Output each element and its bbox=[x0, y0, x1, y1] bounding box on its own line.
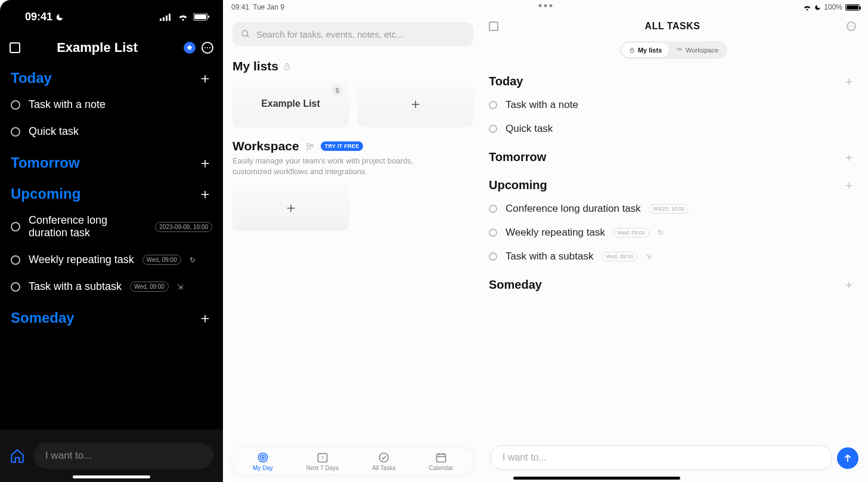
task-name: Task with a subtask bbox=[29, 280, 122, 293]
task-name: Conference long duration task bbox=[506, 203, 641, 215]
quick-add-input[interactable]: I want to... bbox=[33, 443, 213, 469]
home-icon[interactable] bbox=[10, 448, 25, 464]
add-task-button[interactable]: ＋ bbox=[198, 69, 212, 88]
section-tomorrow: Tomorrow ＋ bbox=[489, 141, 858, 169]
seg-workspace[interactable]: Workspace bbox=[669, 43, 726, 57]
add-task-button[interactable]: ＋ bbox=[843, 277, 855, 293]
seg-label: Workspace bbox=[686, 47, 718, 54]
tablet-bottom: My Day 7 Next 7 Days All Tasks Calendar … bbox=[223, 439, 868, 482]
phone-header: Example List bbox=[0, 23, 223, 60]
add-task-button[interactable]: ＋ bbox=[198, 184, 212, 203]
svg-point-14 bbox=[680, 49, 682, 51]
list-count-badge: 5 bbox=[332, 85, 343, 96]
main-title: ALL TASKS bbox=[498, 21, 847, 32]
tab-next7[interactable]: 7 Next 7 Days bbox=[306, 452, 339, 471]
task-row[interactable]: Weekly repeating task Wed, 09:00 ↻ bbox=[0, 246, 223, 273]
task-name: Weekly repeating task bbox=[29, 254, 134, 266]
task-radio[interactable] bbox=[489, 101, 497, 109]
battery-icon bbox=[193, 13, 210, 21]
home-indicator[interactable] bbox=[513, 477, 680, 480]
task-name: Task with a note bbox=[29, 98, 106, 111]
svg-rect-12 bbox=[630, 50, 634, 52]
list-card-name: Example List bbox=[261, 98, 320, 109]
add-task-button[interactable]: ＋ bbox=[843, 73, 855, 89]
lock-icon bbox=[283, 63, 291, 70]
svg-point-17 bbox=[262, 457, 264, 459]
svg-rect-3 bbox=[169, 14, 170, 21]
svg-rect-21 bbox=[436, 454, 445, 462]
target-icon bbox=[257, 452, 269, 464]
svg-rect-9 bbox=[285, 66, 290, 69]
status-time: 09:41 bbox=[231, 3, 249, 11]
select-all-checkbox[interactable] bbox=[489, 21, 498, 31]
moon-icon bbox=[55, 13, 64, 21]
home-indicator[interactable] bbox=[73, 475, 150, 478]
star-icon[interactable] bbox=[184, 42, 196, 54]
task-name: Quick task bbox=[29, 125, 79, 138]
task-row[interactable]: Task with a note bbox=[489, 93, 858, 117]
task-row[interactable]: Conference long duration task 2023-09-09… bbox=[0, 207, 223, 246]
list-title: Example List bbox=[11, 40, 184, 55]
add-task-button[interactable]: ＋ bbox=[198, 308, 212, 327]
seg-mylists[interactable]: My lists bbox=[622, 43, 669, 57]
task-radio[interactable] bbox=[489, 125, 497, 133]
add-workspace-button[interactable]: ＋ bbox=[232, 184, 349, 231]
try-free-badge[interactable]: TRY IT FREE bbox=[321, 141, 364, 151]
task-row[interactable]: Weekly repeating task Wed, 09:00 ↻ bbox=[489, 221, 858, 245]
tab-alltasks[interactable]: All Tasks bbox=[372, 452, 395, 471]
task-row[interactable]: Quick task bbox=[0, 118, 223, 145]
tab-myday[interactable]: My Day bbox=[253, 452, 273, 471]
section-label: Upcoming bbox=[11, 186, 80, 202]
task-radio[interactable] bbox=[11, 127, 20, 137]
svg-rect-6 bbox=[208, 16, 209, 18]
task-row[interactable]: Task with a subtask Wed, 09:00 ⇲ bbox=[489, 245, 858, 268]
task-row[interactable]: Quick task bbox=[489, 117, 858, 141]
people-icon bbox=[676, 47, 683, 53]
task-radio[interactable] bbox=[489, 205, 497, 213]
task-row[interactable]: Task with a note bbox=[0, 91, 223, 118]
section-label: Tomorrow bbox=[11, 155, 80, 171]
task-radio[interactable] bbox=[489, 252, 497, 261]
task-row[interactable]: Task with a subtask Wed, 09:00 ⇲ bbox=[0, 273, 223, 300]
svg-rect-0 bbox=[160, 18, 162, 21]
more-icon[interactable] bbox=[202, 42, 213, 54]
moon-icon bbox=[814, 4, 821, 11]
task-radio[interactable] bbox=[489, 228, 497, 237]
multitask-dots-icon[interactable] bbox=[539, 4, 553, 7]
wifi-icon bbox=[178, 13, 188, 21]
wifi-icon bbox=[803, 4, 811, 11]
task-row[interactable]: Conference long duration task 9/9/23, 10… bbox=[489, 197, 858, 221]
mylists-heading: My lists bbox=[232, 59, 473, 73]
phone-statusbar: 09:41 bbox=[0, 0, 223, 23]
tab-calendar[interactable]: Calendar bbox=[429, 452, 453, 471]
task-radio[interactable] bbox=[11, 255, 20, 265]
task-radio[interactable] bbox=[11, 222, 20, 231]
tablet-screen: 09:41 Tue Jan 9 100% bbox=[223, 0, 868, 482]
add-task-button[interactable]: ＋ bbox=[198, 153, 212, 172]
search-icon bbox=[241, 29, 250, 39]
phone-bottom-bar: I want to... bbox=[0, 430, 223, 482]
quick-add-placeholder: I want to... bbox=[503, 452, 547, 463]
due-badge: Wed, 09:00 bbox=[602, 252, 637, 261]
task-radio[interactable] bbox=[11, 282, 20, 292]
add-task-button[interactable]: ＋ bbox=[843, 149, 855, 165]
add-task-button[interactable]: ＋ bbox=[843, 177, 855, 193]
section-label: Today bbox=[489, 75, 523, 88]
subtask-icon: ⇲ bbox=[177, 283, 183, 291]
task-radio[interactable] bbox=[11, 100, 20, 110]
due-badge: 2023-09-09, 10:00 bbox=[155, 222, 212, 232]
task-name: Weekly repeating task bbox=[506, 227, 605, 239]
send-button[interactable] bbox=[837, 447, 858, 469]
tab-label: Next 7 Days bbox=[306, 465, 339, 471]
svg-point-20 bbox=[379, 453, 388, 462]
battery-percent: 100% bbox=[824, 3, 842, 11]
svg-line-8 bbox=[247, 35, 249, 37]
section-tomorrow: Tomorrow ＋ bbox=[0, 145, 223, 176]
quick-add-input[interactable]: I want to... bbox=[490, 445, 832, 470]
list-card-example[interactable]: 5 Example List bbox=[232, 81, 349, 127]
search-input[interactable]: Search for tasks, events, notes, etc... bbox=[232, 22, 473, 46]
signal-icon bbox=[160, 14, 173, 21]
more-icon[interactable] bbox=[847, 21, 856, 31]
add-list-button[interactable]: ＋ bbox=[357, 81, 473, 127]
workspace-label: Workspace bbox=[232, 139, 299, 153]
